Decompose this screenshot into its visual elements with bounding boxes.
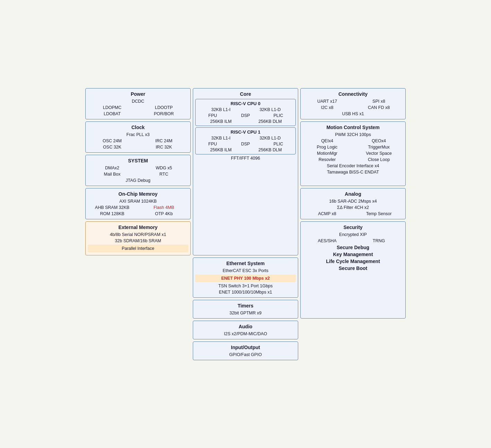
cpu0-title: RISC-V CPU 0 bbox=[231, 101, 260, 106]
power-porbor: POR/BOR bbox=[139, 111, 188, 116]
power-ldopmc: LDOPMC bbox=[88, 105, 137, 110]
cpu1-title: RISC-V CPU 1 bbox=[231, 129, 260, 135]
motion-row4: Resovler Close Loop bbox=[303, 157, 403, 162]
onchip-row2: ROM 128KB OTP 4Kb bbox=[88, 211, 188, 216]
motion-qei: QEIx4 bbox=[303, 138, 352, 143]
system-dma: DMAx2 bbox=[88, 166, 137, 170]
audio-title: Audio bbox=[239, 324, 252, 329]
onchip-rom: ROM 128KB bbox=[88, 211, 137, 216]
timers-block: Timers 32bit GPTMR x9 bbox=[193, 300, 298, 319]
cpu0-l1-row: 32KB L1-I 32KB L1-D bbox=[198, 107, 293, 112]
motion-block: Motion Control System PWM 32CH 100ps QEI… bbox=[300, 121, 406, 186]
io-title: Input/Output bbox=[231, 345, 260, 350]
cpu0-dsp: DSP bbox=[231, 113, 261, 118]
power-title: Power bbox=[131, 91, 145, 97]
extmem-block: External Memory 4b/8b Serial NOR/PSRAM x… bbox=[85, 221, 191, 255]
clock-osc32k: OSC 32K bbox=[88, 145, 137, 150]
cpu1-mem-row: 256KB ILM 256KB DLM bbox=[198, 147, 293, 152]
motion-row2: Prog Logic TriggerMux bbox=[303, 145, 403, 150]
cpu0-mem-row: 256KB ILM 256KB DLM bbox=[198, 119, 293, 124]
cpu1-block: RISC-V CPU 1 32KB L1-I 32KB L1-D FPU DSP… bbox=[195, 127, 296, 154]
core-fft: FFT/IFFT 4096 bbox=[195, 156, 296, 161]
security-lifecycle: Life Cycle Management bbox=[303, 259, 403, 264]
power-dcdc: DCDC bbox=[88, 99, 188, 104]
extmem-sdram: 32b SDRAM/16b SRAM bbox=[88, 238, 188, 243]
security-xip: Encrypted XIP bbox=[303, 232, 403, 237]
power-ldobat: LDOBAT bbox=[88, 111, 137, 116]
core-title: Core bbox=[240, 91, 251, 97]
onchip-block: On-Chip Memroy AXI SRAM 1024KB AHB SRAM … bbox=[85, 188, 191, 219]
analog-acmp: ACMP x8 bbox=[303, 211, 352, 216]
conn-row2: I2C x8 CAN FD x8 bbox=[303, 105, 403, 110]
onchip-title: On-Chip Memroy bbox=[119, 191, 158, 197]
clock-irc32k: IRC 32K bbox=[139, 145, 188, 150]
cpu0-block: RISC-V CPU 0 32KB L1-I 32KB L1-D FPU DSP… bbox=[195, 99, 296, 126]
cpu1-fpu: FPU bbox=[198, 142, 228, 146]
power-ldootp: LDOOTP bbox=[139, 105, 188, 110]
conn-row1: UART x17 SPI x8 bbox=[303, 99, 403, 104]
motion-title: Motion Control System bbox=[326, 125, 379, 130]
timers-title: Timers bbox=[238, 303, 253, 308]
analog-block: Analog 16b SAR-ADC 2Msps x4 ΣΔ Filter 4C… bbox=[300, 188, 406, 219]
security-block: Security Encrypted XIP AES/SHA TRNG Secu… bbox=[300, 221, 406, 319]
onchip-ahbsram: AHB SRAM 32KB bbox=[88, 205, 137, 210]
onchip-flash: Flash 4MB bbox=[139, 205, 188, 210]
audio-i2s: I2S x2/PDM-MIC/DAO bbox=[195, 331, 296, 336]
motion-row1: QEIx4 QEOx4 bbox=[303, 138, 403, 143]
cpu1-l1-row: 32KB L1-I 32KB L1-D bbox=[198, 136, 293, 141]
ethernet-ethercat: EtherCAT ESC 3x Ports bbox=[195, 268, 296, 273]
cpu0-plic: PLIC bbox=[263, 113, 293, 118]
io-block: Input/Output GPIO/Fast GPIO bbox=[193, 341, 298, 360]
motion-pwm: PWM 32CH 100ps bbox=[303, 132, 403, 137]
motion-tamawaga: Tamawaga BiSS-C ENDAT bbox=[303, 170, 403, 175]
motion-resolver: Resovler bbox=[303, 157, 352, 162]
clock-osc24m: OSC 24M bbox=[88, 138, 137, 143]
analog-title: Analog bbox=[345, 191, 361, 197]
motion-motionmgr: MotionMgr bbox=[303, 151, 352, 156]
extmem-serial-nor: 4b/8b Serial NOR/PSRAM x1 bbox=[88, 232, 188, 237]
ethernet-enet1g: ENET 1000/100/10Mbps x1 bbox=[195, 290, 296, 295]
cpu1-l1d: 32KB L1-D bbox=[247, 136, 293, 141]
power-block: Power DCDC LDOPMC LDOOTP LDOBAT POR/BOR bbox=[85, 88, 191, 119]
diagram: Power DCDC LDOPMC LDOOTP LDOBAT POR/BOR … bbox=[83, 85, 408, 363]
motion-qeo: QEOx4 bbox=[354, 138, 403, 143]
clock-block: Clock Frac PLL x3 OSC 24M IRC 24M OSC 32… bbox=[85, 121, 191, 153]
cpu1-plic: PLIC bbox=[263, 142, 293, 146]
cpu1-l1i: 32KB L1-I bbox=[198, 136, 244, 141]
system-jtag: JTAG Debug bbox=[88, 178, 188, 183]
conn-i2c: I2C x8 bbox=[303, 105, 352, 110]
clock-pll: Frac PLL x3 bbox=[88, 132, 188, 137]
system-wdg: WDG x5 bbox=[139, 166, 188, 170]
motion-closeloop: Close Loop bbox=[354, 157, 403, 162]
clock-title: Clock bbox=[131, 125, 145, 130]
cpu0-l1i: 32KB L1-I bbox=[198, 107, 244, 112]
ethernet-tsn: TSN Switch 3+1 Port 1Gbps bbox=[195, 284, 296, 288]
motion-proglogic: Prog Logic bbox=[303, 145, 352, 150]
analog-adc: 16b SAR-ADC 2Msps x4 bbox=[303, 199, 403, 204]
power-row2: LDOBAT POR/BOR bbox=[88, 111, 188, 116]
conn-canfd: CAN FD x8 bbox=[354, 105, 403, 110]
core-block: Core RISC-V CPU 0 32KB L1-I 32KB L1-D FP… bbox=[193, 88, 298, 255]
motion-triggermux: TriggerMux bbox=[354, 145, 403, 150]
security-secure-boot: Secure Boot bbox=[303, 265, 403, 271]
connectivity-title: Connectivity bbox=[338, 91, 368, 97]
clock-irc24m: IRC 24M bbox=[139, 138, 188, 143]
power-row1: LDOPMC LDOOTP bbox=[88, 105, 188, 110]
analog-row1: ACMP x8 Temp Sensor bbox=[303, 211, 403, 216]
security-aes: AES/SHA bbox=[303, 238, 352, 243]
analog-tempsensor: Temp Sensor bbox=[354, 211, 403, 216]
system-title: SYSTEM bbox=[128, 158, 148, 163]
extmem-title: External Memory bbox=[119, 225, 158, 230]
cpu0-units-row: FPU DSP PLIC bbox=[198, 113, 293, 118]
cpu1-ilm: 256KB ILM bbox=[198, 147, 244, 152]
ethernet-block: Ethernet System EtherCAT ESC 3x Ports EN… bbox=[193, 257, 298, 298]
onchip-row1: AHB SRAM 32KB Flash 4MB bbox=[88, 205, 188, 210]
system-row2: Mail Box RTC bbox=[88, 172, 188, 177]
cpu0-fpu: FPU bbox=[198, 113, 228, 118]
security-row1: AES/SHA TRNG bbox=[303, 238, 403, 243]
conn-usb: USB HS x1 bbox=[303, 111, 403, 116]
clock-row2: OSC 32K IRC 32K bbox=[88, 145, 188, 150]
analog-sigma-delta: ΣΔ Filter 4CH x2 bbox=[303, 205, 403, 210]
cpu0-ilm: 256KB ILM bbox=[198, 119, 244, 124]
ethernet-title: Ethernet System bbox=[226, 261, 265, 266]
